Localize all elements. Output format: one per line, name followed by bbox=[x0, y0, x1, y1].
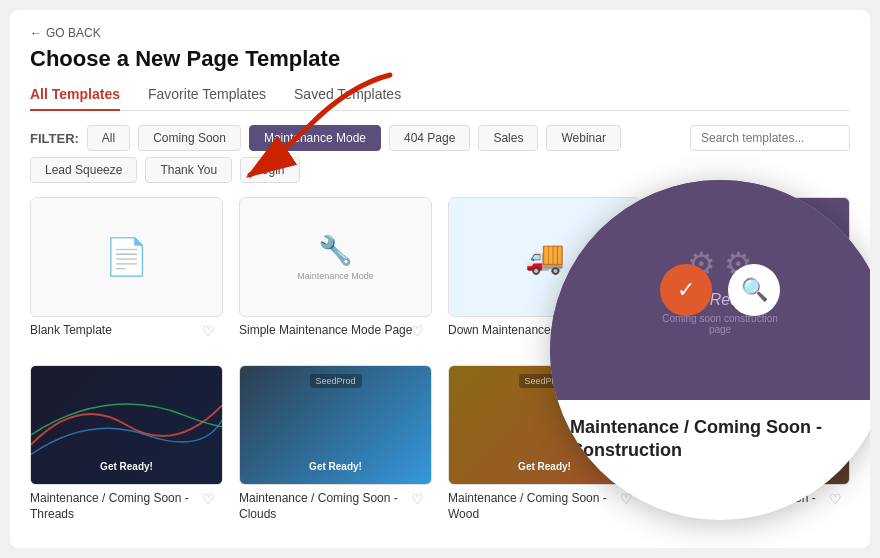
template-card-blank[interactable]: 📄 Blank Template ♡ bbox=[30, 197, 223, 351]
filter-btn-maintenance-mode[interactable]: Maintenance Mode bbox=[249, 125, 381, 151]
threads-content: Get Ready! bbox=[31, 366, 222, 484]
action-buttons: ✓ 🔍 bbox=[660, 264, 780, 316]
spotlight-info: Maintenance / Coming Soon - Construction bbox=[550, 400, 870, 479]
filter-btn-all[interactable]: All bbox=[87, 125, 130, 151]
go-back-link[interactable]: ← GO BACK bbox=[30, 26, 850, 40]
clouds-name: Maintenance / Coming Soon - Clouds bbox=[239, 491, 432, 522]
maintenance-simple-thumb: 🔧 Maintenance Mode bbox=[239, 197, 432, 317]
filter-row: FILTER: All Coming Soon Maintenance Mode… bbox=[30, 125, 850, 151]
filter-btn-login[interactable]: Login bbox=[240, 157, 299, 183]
doc-icon: 📄 bbox=[104, 236, 149, 278]
filter-btn-sales[interactable]: Sales bbox=[478, 125, 538, 151]
threads-get-ready: Get Ready! bbox=[100, 461, 153, 472]
heart-icon-clouds[interactable]: ♡ bbox=[411, 491, 424, 507]
filter-btn-lead-squeeze[interactable]: Lead Squeeze bbox=[30, 157, 137, 183]
spotlight-title: Maintenance / Coming Soon - Construction bbox=[570, 416, 870, 463]
template-card-clouds[interactable]: SeedProd Get Ready! Maintenance / Coming… bbox=[239, 365, 432, 522]
spotlight-thumb: ⚙ ⚙ Get Ready! Coming soon construction … bbox=[550, 180, 870, 400]
blank-template-name: Blank Template bbox=[30, 323, 223, 337]
clouds-thumb: SeedProd Get Ready! bbox=[239, 365, 432, 485]
tab-saved-templates[interactable]: Saved Templates bbox=[294, 86, 401, 110]
maintenance-mode-text: Maintenance Mode bbox=[297, 271, 374, 281]
heart-icon-more[interactable]: ♡ bbox=[829, 491, 842, 507]
search-wrap bbox=[690, 125, 850, 151]
clouds-get-ready: Get Ready! bbox=[309, 461, 362, 472]
wrench-icon: 🔧 bbox=[318, 234, 353, 267]
template-card-maintenance-simple[interactable]: 🔧 Maintenance Mode Simple Maintenance Mo… bbox=[239, 197, 432, 351]
wood-get-ready: Get Ready! bbox=[518, 461, 571, 472]
filter-label: FILTER: bbox=[30, 131, 79, 146]
filter-btn-404[interactable]: 404 Page bbox=[389, 125, 470, 151]
preview-template-btn[interactable]: 🔍 bbox=[728, 264, 780, 316]
template-card-threads[interactable]: Get Ready! Maintenance / Coming Soon - T… bbox=[30, 365, 223, 522]
heart-icon-blank[interactable]: ♡ bbox=[202, 323, 215, 339]
threads-name: Maintenance / Coming Soon - Threads bbox=[30, 491, 223, 522]
tabs-bar: All Templates Favorite Templates Saved T… bbox=[30, 86, 850, 111]
heart-icon-threads[interactable]: ♡ bbox=[202, 491, 215, 507]
spotlight-circle: ⚙ ⚙ Get Ready! Coming soon construction … bbox=[550, 180, 870, 520]
threads-thumb: Get Ready! bbox=[30, 365, 223, 485]
maintenance-simple-name: Simple Maintenance Mode Page bbox=[239, 323, 432, 337]
filter-btn-webinar[interactable]: Webinar bbox=[546, 125, 620, 151]
page-title: Choose a New Page Template bbox=[30, 46, 850, 72]
spotlight-sub: Coming soon construction page bbox=[650, 313, 790, 335]
blank-thumb: 📄 bbox=[30, 197, 223, 317]
main-container: ← GO BACK Choose a New Page Template All… bbox=[10, 10, 870, 548]
heart-icon-simple[interactable]: ♡ bbox=[411, 323, 424, 339]
filter-btn-thank-you[interactable]: Thank You bbox=[145, 157, 232, 183]
arrow-left-icon: ← bbox=[30, 26, 42, 40]
filter-btn-coming-soon[interactable]: Coming Soon bbox=[138, 125, 241, 151]
spotlight-thumb-bg: ⚙ ⚙ Get Ready! Coming soon construction … bbox=[550, 180, 870, 400]
select-template-btn[interactable]: ✓ bbox=[660, 264, 712, 316]
tab-all-templates[interactable]: All Templates bbox=[30, 86, 120, 110]
go-back-label: GO BACK bbox=[46, 26, 101, 40]
wood-name: Maintenance / Coming Soon - Wood bbox=[448, 491, 641, 522]
tab-favorite-templates[interactable]: Favorite Templates bbox=[148, 86, 266, 110]
seedprod-logo-clouds: SeedProd bbox=[309, 374, 361, 388]
search-input[interactable] bbox=[690, 125, 850, 151]
